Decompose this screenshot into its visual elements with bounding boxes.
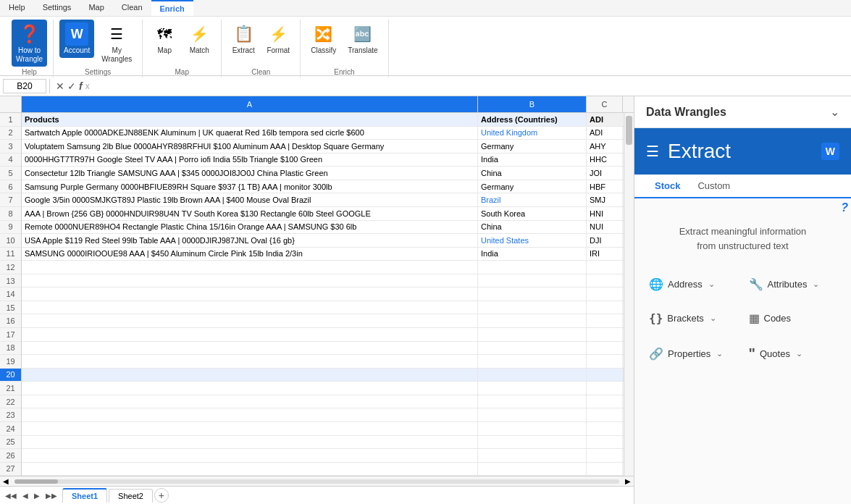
cell-15-col-a[interactable] [22, 301, 478, 314]
cell-2-col-a[interactable]: Sartwatch Apple 0000ADKEJN88ENK Aluminum… [22, 127, 478, 140]
col-header-a[interactable]: A [22, 96, 478, 112]
classify-button[interactable]: 🔀 Classify [306, 20, 340, 58]
tab-settings[interactable]: Settings [34, 0, 80, 16]
help-question-icon[interactable]: ? [841, 201, 848, 214]
grid-row-1[interactable]: ProductsAddress (Countries)ADI [22, 113, 624, 127]
grid-row-22[interactable] [22, 395, 624, 409]
grid-row-18[interactable] [22, 342, 624, 356]
cell-17-col-c[interactable] [587, 328, 623, 341]
cell-10-col-c[interactable]: DJI [587, 234, 623, 247]
grid-row-10[interactable]: USA Apple $119 Red Steel 99lb Table AAA … [22, 234, 624, 248]
grid-row-20[interactable] [22, 369, 624, 382]
row-num-22[interactable]: 22 [0, 395, 21, 409]
row-num-21[interactable]: 21 [0, 382, 21, 395]
cell-11-col-a[interactable]: SAMSUNG 0000IRIOOUE98 AAA | $450 Aluminu… [22, 248, 478, 261]
grid-row-17[interactable] [22, 328, 624, 342]
cell-21-col-a[interactable] [22, 382, 478, 395]
tab-custom[interactable]: Custom [689, 175, 739, 197]
row-num-26[interactable]: 26 [0, 449, 21, 463]
cell-7-col-b[interactable]: Brazil [478, 193, 587, 206]
grid-row-12[interactable] [22, 261, 624, 274]
row-num-14[interactable]: 14 [0, 287, 21, 301]
cell-23-col-b[interactable] [478, 408, 587, 421]
h-scroll-track[interactable] [14, 479, 619, 484]
cell-27-col-b[interactable] [478, 463, 587, 476]
cell-13-col-b[interactable] [478, 274, 587, 287]
cell-14-col-c[interactable] [587, 287, 623, 301]
cell-26-col-a[interactable] [22, 449, 478, 462]
cell-11-col-b[interactable]: India [478, 248, 587, 261]
grid-row-8[interactable]: AAA | Brown {256 GB} 0000HNDUIR98U4N TV … [22, 207, 624, 221]
translate-button[interactable]: 🔤 Translate [343, 20, 382, 58]
cell-23-col-a[interactable] [22, 408, 478, 421]
cell-16-col-c[interactable] [587, 314, 623, 327]
cell-25-col-c[interactable] [587, 436, 623, 449]
cell-8-col-b[interactable]: South Korea [478, 207, 587, 220]
cell-13-col-a[interactable] [22, 274, 478, 287]
cell-5-col-b[interactable]: China [478, 167, 587, 180]
h-scroll-thumb[interactable] [14, 479, 58, 484]
grid-row-13[interactable] [22, 274, 624, 288]
grid-row-6[interactable]: Samsung Purple Germany 0000HBFIUE89RH Sq… [22, 180, 624, 194]
cell-16-col-a[interactable] [22, 314, 478, 327]
row-num-8[interactable]: 8 [0, 207, 21, 221]
nav-prev-arrow[interactable]: ◀ [20, 490, 30, 501]
cell-24-col-c[interactable] [587, 422, 623, 435]
sheet2-tab[interactable]: Sheet2 [109, 489, 153, 503]
row-num-5[interactable]: 5 [0, 167, 21, 180]
tab-clean[interactable]: Clean [113, 0, 151, 16]
properties-category[interactable]: 🔗 Properties ⌄ [646, 341, 740, 366]
match-button[interactable]: ⚡ Match [183, 20, 215, 58]
vertical-scrollbar[interactable] [624, 113, 634, 476]
nav-first-arrow[interactable]: ◀◀ [3, 490, 19, 501]
cell-14-col-b[interactable] [478, 287, 587, 301]
cell-26-col-c[interactable] [587, 449, 623, 462]
cell-16-col-b[interactable] [478, 314, 587, 327]
cell-22-col-c[interactable] [587, 395, 623, 408]
row-num-17[interactable]: 17 [0, 328, 21, 342]
nav-last-arrow[interactable]: ▶▶ [43, 490, 59, 501]
codes-category[interactable]: ▦ Codes [746, 307, 840, 329]
cell-4-col-a[interactable]: 0000HHGT7TR97H Google Steel TV AAA | Por… [22, 154, 478, 167]
cell-24-col-a[interactable] [22, 422, 478, 435]
cell-9-col-a[interactable]: Remote 0000NUER89HO4 Rectangle Plastic C… [22, 221, 478, 234]
row-num-2[interactable]: 2 [0, 127, 21, 140]
my-wrangles-button[interactable]: ☰ My Wrangles [97, 20, 136, 67]
row-num-3[interactable]: 3 [0, 140, 21, 154]
cell-22-col-b[interactable] [478, 395, 587, 408]
cell-10-col-a[interactable]: USA Apple $119 Red Steel 99lb Table AAA … [22, 234, 478, 247]
row-num-9[interactable]: 9 [0, 221, 21, 235]
brackets-category[interactable]: {} Brackets ⌄ [646, 307, 740, 329]
cell-4-col-c[interactable]: HHC [587, 154, 623, 167]
cell-27-col-a[interactable] [22, 463, 478, 476]
cell-26-col-b[interactable] [478, 449, 587, 462]
cell-5-col-a[interactable]: Consectetur 12lb Triangle SAMSUNG AAA | … [22, 167, 478, 180]
cell-7-col-c[interactable]: SMJ [587, 193, 623, 206]
sheet1-tab[interactable]: Sheet1 [62, 488, 107, 503]
grid-row-15[interactable] [22, 301, 624, 315]
cell-25-col-a[interactable] [22, 436, 478, 449]
row-num-11[interactable]: 11 [0, 248, 21, 261]
row-num-12[interactable]: 12 [0, 261, 21, 274]
row-num-25[interactable]: 25 [0, 436, 21, 450]
cell-3-col-c[interactable]: AHY [587, 140, 623, 153]
cell-23-col-c[interactable] [587, 408, 623, 421]
grid-row-24[interactable] [22, 422, 624, 436]
attributes-category[interactable]: 🔧 Attributes ⌄ [746, 273, 840, 295]
row-num-1[interactable]: 1 [0, 113, 21, 127]
cell-3-col-a[interactable]: Voluptatem Samsung 2lb Blue 0000AHYR898R… [22, 140, 478, 153]
grid-row-4[interactable]: 0000HHGT7TR97H Google Steel TV AAA | Por… [22, 154, 624, 167]
cell-1-col-a[interactable]: Products [22, 113, 478, 126]
cell-13-col-c[interactable] [587, 274, 623, 287]
cell-14-col-a[interactable] [22, 287, 478, 301]
cell-12-col-b[interactable] [478, 261, 587, 274]
cell-6-col-c[interactable]: HBF [587, 180, 623, 193]
grid-row-11[interactable]: SAMSUNG 0000IRIOOUE98 AAA | $450 Aluminu… [22, 248, 624, 261]
grid-row-2[interactable]: Sartwatch Apple 0000ADKEJN88ENK Aluminum… [22, 127, 624, 140]
tab-enrich[interactable]: Enrich [151, 0, 193, 16]
account-button[interactable]: W Account [59, 20, 94, 58]
grid-row-5[interactable]: Consectetur 12lb Triangle SAMSUNG AAA | … [22, 167, 624, 180]
cell-6-col-b[interactable]: Germany [478, 180, 587, 193]
add-sheet-button[interactable]: + [154, 488, 169, 503]
cell-17-col-b[interactable] [478, 328, 587, 341]
